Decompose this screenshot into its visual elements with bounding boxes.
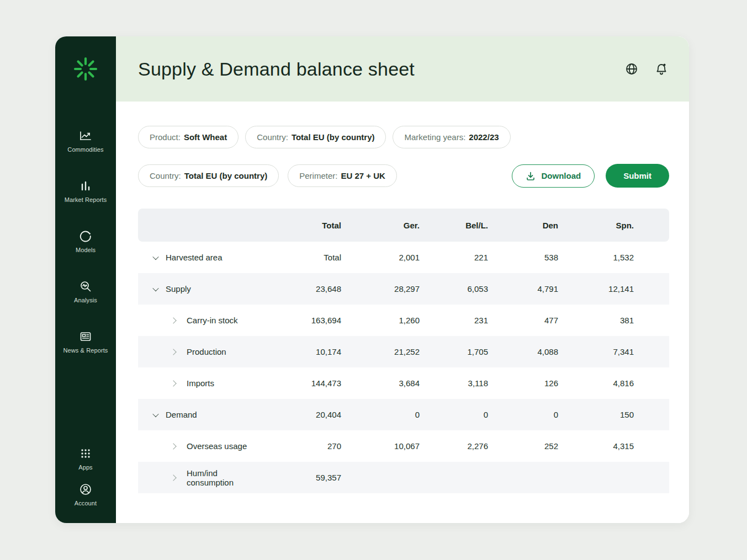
row-expander-harvested-area[interactable]: Harvested area xyxy=(138,253,264,262)
sidebar-item-label: Market Reports xyxy=(65,196,107,203)
table-row-overseas-usage: Overseas usage 270 10,067 2,276 252 4,31… xyxy=(138,430,669,462)
table-row-harvested-area: Harvested area Total 2,001 221 538 1,532 xyxy=(138,242,669,273)
apps-grid-icon xyxy=(79,447,92,460)
table-row-production: Production 10,174 21,252 1,705 4,088 7,3… xyxy=(138,336,669,367)
download-button-label: Download xyxy=(541,171,581,180)
sidebar-item-market-reports[interactable]: Market Reports xyxy=(55,179,116,203)
row-expander-overseas-usage[interactable]: Overseas usage xyxy=(138,441,264,451)
row-label: Imports xyxy=(187,378,214,388)
cell-value: 2,001 xyxy=(341,242,420,273)
chevron-right-icon xyxy=(170,380,176,386)
chevron-right-icon xyxy=(170,317,176,323)
cell-value xyxy=(558,462,669,493)
cell-value: 4,816 xyxy=(558,367,669,399)
filter-chip-marketing-years[interactable]: Marketing years: 2022/23 xyxy=(393,126,510,148)
cell-value: 3,118 xyxy=(420,367,488,399)
brand-logo-starburst-icon[interactable] xyxy=(73,56,98,82)
cell-value: 20,404 xyxy=(264,399,341,430)
cell-value: 1,705 xyxy=(420,336,488,367)
filter-chip-country-2[interactable]: Country: Total EU (by country) xyxy=(138,164,279,187)
cell-value: 2,276 xyxy=(420,430,488,462)
notification-bell-icon[interactable] xyxy=(655,62,668,76)
cell-value: 0 xyxy=(488,399,558,430)
news-icon xyxy=(79,330,92,343)
filter-chip-country-1[interactable]: Country: Total EU (by country) xyxy=(245,126,386,148)
cell-value: 231 xyxy=(420,305,488,336)
sidebar-item-label: Models xyxy=(76,247,96,253)
app-window: Commodities Market Reports Models xyxy=(55,36,689,523)
analysis-magnifier-icon xyxy=(79,280,92,293)
cell-value: 4,088 xyxy=(488,336,558,367)
sidebar: Commodities Market Reports Models xyxy=(55,36,116,523)
row-label: Carry-in stock xyxy=(187,316,238,325)
sidebar-item-models[interactable]: Models xyxy=(55,230,116,253)
chevron-down-icon xyxy=(152,253,158,259)
cell-value: 6,053 xyxy=(420,273,488,305)
download-button[interactable]: Download xyxy=(512,164,595,188)
sidebar-item-news-reports[interactable]: News & Reports xyxy=(55,330,116,354)
chip-value: Total EU (by country) xyxy=(184,171,268,180)
chevron-right-icon xyxy=(170,443,176,449)
chip-label: Country: xyxy=(150,171,181,180)
cell-value: 28,297 xyxy=(341,273,420,305)
balance-sheet-table: Total Ger. Bel/L. Den Spn. xyxy=(138,209,669,493)
globe-icon[interactable] xyxy=(625,62,638,76)
cell-value: 163,694 xyxy=(264,305,341,336)
cell-value xyxy=(420,462,488,493)
table-row-carry-in-stock: Carry-in stock 163,694 1,260 231 477 381 xyxy=(138,305,669,336)
account-icon xyxy=(79,483,92,496)
chip-value: Total EU (by country) xyxy=(292,132,375,142)
row-expander-supply[interactable]: Supply xyxy=(138,284,264,294)
row-label: Overseas usage xyxy=(187,441,247,451)
row-label: Demand xyxy=(166,410,197,419)
cell-value: 10,067 xyxy=(341,430,420,462)
cell-value: 1,532 xyxy=(558,242,669,273)
chevron-down-icon xyxy=(152,285,158,291)
page-title: Supply & Demand balance sheet xyxy=(138,58,625,80)
download-icon xyxy=(526,171,536,181)
row-label: Production xyxy=(187,347,226,356)
column-header-ger: Ger. xyxy=(341,209,420,242)
sidebar-item-apps[interactable]: Apps xyxy=(55,447,116,471)
row-expander-hum-ind-consumption[interactable]: Hum/ind consumption xyxy=(138,468,264,487)
sidebar-item-label: News & Reports xyxy=(63,347,108,354)
cell-value: 252 xyxy=(488,430,558,462)
column-header-bel: Bel/L. xyxy=(420,209,488,242)
row-expander-imports[interactable]: Imports xyxy=(138,378,264,388)
actions: Download Submit xyxy=(512,164,669,188)
row-expander-carry-in-stock[interactable]: Carry-in stock xyxy=(138,316,264,325)
models-circle-icon xyxy=(79,230,92,243)
cell-value: 1,260 xyxy=(341,305,420,336)
cell-value: 4,315 xyxy=(558,430,669,462)
chevron-down-icon xyxy=(152,410,158,417)
sidebar-item-label: Apps xyxy=(78,464,92,471)
cell-value: 0 xyxy=(420,399,488,430)
cell-value: 270 xyxy=(264,430,341,462)
bar-chart-icon xyxy=(79,179,92,193)
cell-value: 0 xyxy=(341,399,420,430)
cell-value: Total xyxy=(264,242,341,273)
cell-value xyxy=(488,462,558,493)
submit-button[interactable]: Submit xyxy=(606,164,669,188)
cell-value: 4,791 xyxy=(488,273,558,305)
sidebar-item-label: Analysis xyxy=(74,297,97,303)
row-expander-demand[interactable]: Demand xyxy=(138,410,264,419)
row-expander-production[interactable]: Production xyxy=(138,347,264,356)
filter-chip-perimeter[interactable]: Perimeter: EU 27 + UK xyxy=(288,164,397,187)
column-header-total: Total xyxy=(264,209,341,242)
table-row-imports: Imports 144,473 3,684 3,118 126 4,816 xyxy=(138,367,669,399)
sidebar-item-commodities[interactable]: Commodities xyxy=(55,129,116,153)
chip-value: 2022/23 xyxy=(469,132,499,142)
sidebar-item-account[interactable]: Account xyxy=(55,483,116,506)
cell-value: 7,341 xyxy=(558,336,669,367)
chevron-right-icon xyxy=(170,349,176,355)
chip-value: Soft Wheat xyxy=(184,132,227,142)
sidebar-item-analysis[interactable]: Analysis xyxy=(55,280,116,303)
cell-value: 12,141 xyxy=(558,273,669,305)
submit-button-label: Submit xyxy=(623,171,651,180)
table-row-supply: Supply 23,648 28,297 6,053 4,791 12,141 xyxy=(138,273,669,305)
sidebar-item-label: Account xyxy=(75,500,97,506)
column-header-spn: Spn. xyxy=(558,209,669,242)
cell-value: 144,473 xyxy=(264,367,341,399)
filter-chip-product[interactable]: Product: Soft Wheat xyxy=(138,126,239,148)
